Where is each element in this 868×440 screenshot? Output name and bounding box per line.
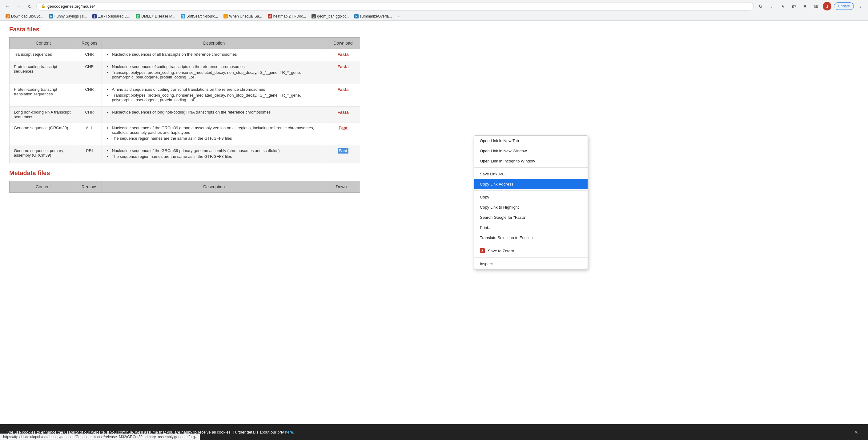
- bookmark-label-heatmap: heatmap.2 | RDoc...: [273, 14, 306, 19]
- address-bar[interactable]: 🔒 gencodegenes.org/mouse/: [36, 2, 754, 10]
- bookmark-summarize[interactable]: R summarizeOverla...: [352, 13, 394, 20]
- bookmark-favicon-unequal: ~: [223, 14, 228, 19]
- cell-description-1: Nucleotide sequences of all transcripts …: [102, 49, 326, 61]
- fasta-link-5-partial: Fast: [339, 126, 347, 130]
- bookmark-dmle[interactable]: D DMLE+ Disease M...: [133, 13, 178, 20]
- cell-content-3: Protein-coding transcript translation se…: [9, 84, 77, 107]
- context-menu-label-copy-link: Copy Link Address: [480, 182, 513, 186]
- bookmark-geombar[interactable]: g geom_bar. ggplot...: [309, 13, 351, 20]
- context-menu-divider-1: [474, 167, 588, 168]
- context-menu-item-open-new-tab[interactable]: Open Link in New Tab: [474, 136, 588, 146]
- forward-button[interactable]: →: [14, 2, 23, 10]
- bookmark-label-dmle: DMLE+ Disease M...: [141, 14, 175, 19]
- bookmark-label-summarize: summarizeOverla...: [360, 14, 392, 19]
- bookmark-favicon-biocyc: B: [5, 14, 10, 19]
- extensions-icon[interactable]: ■: [801, 2, 809, 10]
- bookmark-favicon-dmle: D: [136, 14, 140, 19]
- update-button[interactable]: Update: [834, 2, 854, 10]
- cell-regions-2: CHR: [77, 61, 102, 84]
- context-menu-label-open-incognito: Open Link in Incognito Window: [480, 159, 535, 163]
- bookmark-favicon-softsearch: S: [181, 14, 185, 19]
- context-menu-item-open-new-window[interactable]: Open Link in New Window: [474, 146, 588, 156]
- bookmark-label-softsearch: SoftSearch-sourc...: [187, 14, 218, 19]
- bookmark-unequal[interactable]: ~ When Unequal Sa...: [221, 13, 265, 20]
- cell-download-3: Fasta: [326, 84, 360, 107]
- bookmark-favicon-summarize: R: [354, 14, 359, 19]
- tab-search-icon[interactable]: ▦: [812, 2, 820, 10]
- context-menu-label-open-new-window: Open Link in New Window: [480, 149, 527, 153]
- cell-download-6: Fast: [326, 145, 360, 163]
- context-menu-item-open-incognito[interactable]: Open Link in Incognito Window: [474, 156, 588, 166]
- bookmark-icon[interactable]: ★: [778, 2, 787, 10]
- bookmark-more-label: »: [397, 14, 400, 19]
- metadata-section-title: Metadata files: [9, 169, 360, 177]
- browser-chrome: ← → ↻ 🔒 gencodegenes.org/mouse/ G ↓ ★ m …: [0, 0, 868, 21]
- context-menu-label-copy: Copy: [480, 195, 489, 197]
- page-content: Fasta files Content Regions Description …: [0, 21, 369, 197]
- bookmarks-bar: B Download BioCyc... F Funny Sayings | s…: [0, 12, 868, 21]
- cell-content-6: Genome sequence, primary assembly (GRCm3…: [9, 145, 77, 163]
- cell-description-5: Nucleotide sequence of the GRCm39 genome…: [102, 122, 326, 145]
- profile-button[interactable]: J: [823, 2, 831, 10]
- fasta-link-6-blue[interactable]: Fast: [338, 148, 348, 154]
- bookmark-label-unequal: When Unequal Sa...: [229, 14, 262, 19]
- col-header-description: Description: [102, 37, 326, 49]
- bookmark-favicon-funny: F: [49, 14, 53, 19]
- bookmark-heatmap[interactable]: R heatmap.2 | RDoc...: [265, 13, 309, 20]
- address-text: gencodegenes.org/mouse/: [48, 4, 95, 9]
- context-menu: Open Link in New Tab Open Link in New Wi…: [474, 135, 588, 197]
- fasta-link-1[interactable]: Fasta: [337, 52, 349, 57]
- back-button[interactable]: ←: [3, 2, 12, 10]
- cell-download-1: Fasta: [326, 49, 360, 61]
- cell-description-4: Nucleotide sequences of long non-coding …: [102, 107, 326, 122]
- bookmark-label-funny: Funny Sayings | s...: [55, 14, 87, 19]
- menu-button[interactable]: ⋮: [856, 2, 865, 10]
- fasta-link-4[interactable]: Fasta: [337, 110, 349, 115]
- bookmark-more[interactable]: »: [395, 13, 402, 20]
- cell-regions-5: ALL: [77, 122, 102, 145]
- bookmark-biocyc[interactable]: B Download BioCyc...: [3, 13, 46, 20]
- download-icon[interactable]: ↓: [767, 2, 776, 10]
- bookmark-funny[interactable]: F Funny Sayings | s...: [46, 13, 89, 20]
- context-menu-label-open-new-tab: Open Link in New Tab: [480, 138, 519, 143]
- bottom-col-header-regions: Regions: [77, 181, 102, 193]
- col-header-content: Content: [9, 37, 77, 49]
- browser-toolbar: ← → ↻ 🔒 gencodegenes.org/mouse/ G ↓ ★ m …: [0, 0, 868, 12]
- reload-button[interactable]: ↻: [25, 2, 34, 10]
- bottom-col-header-download: Down...: [326, 181, 360, 193]
- metadata-table: Content Regions Description Down...: [9, 181, 360, 193]
- browser-actions: G ↓ ★ m ■ ▦ J Update ⋮: [756, 2, 865, 10]
- memex-icon[interactable]: m: [789, 2, 798, 10]
- cell-regions-1: CHR: [77, 49, 102, 61]
- context-menu-item-copy-link[interactable]: Copy Link Address: [474, 179, 588, 189]
- cell-description-2: Nucleotide sequences of coding transcrip…: [102, 61, 326, 84]
- fasta-link-3[interactable]: Fasta: [337, 87, 349, 92]
- bookmark-label-rsquared: 1.8 - R-squared C...: [98, 14, 130, 19]
- context-menu-item-save-link[interactable]: Save Link As...: [474, 169, 588, 179]
- table-row: Long non-coding RNA transcript sequences…: [9, 107, 360, 122]
- context-menu-item-copy[interactable]: Copy: [474, 192, 588, 197]
- cell-content-2: Protein-coding transcript sequences: [9, 61, 77, 84]
- google-icon[interactable]: G: [756, 2, 765, 10]
- cell-description-3: Amino acid sequences of coding transcrip…: [102, 84, 326, 107]
- lock-icon: 🔒: [41, 4, 45, 8]
- fasta-link-2[interactable]: Fasta: [337, 64, 349, 69]
- bookmark-softsearch[interactable]: S SoftSearch-sourc...: [179, 13, 221, 20]
- cell-description-6: Nucleotide sequence of the GRCm39 primar…: [102, 145, 326, 163]
- fasta-table: Content Regions Description Download Tra…: [9, 37, 360, 163]
- bookmark-label-biocyc: Download BioCyc...: [11, 14, 43, 19]
- col-header-download: Download: [326, 37, 360, 49]
- bookmark-rsquared[interactable]: 1 1.8 - R-squared C...: [90, 13, 133, 20]
- cell-content-5: Genome sequence (GRCm39): [9, 122, 77, 145]
- bookmark-favicon-rsquared: 1: [92, 14, 97, 19]
- cell-content-1: Transcript sequences: [9, 49, 77, 61]
- table-row: Protein-coding transcript translation se…: [9, 84, 360, 107]
- bottom-col-header-content: Content: [9, 181, 77, 193]
- bookmark-favicon-heatmap: R: [268, 14, 272, 19]
- cell-download-2: Fasta: [326, 61, 360, 84]
- table-row: Protein-coding transcript sequences CHR …: [9, 61, 360, 84]
- cell-regions-6: PRI: [77, 145, 102, 163]
- table-row: Transcript sequences CHR Nucleotide sequ…: [9, 49, 360, 61]
- bookmark-favicon-geombar: g: [311, 14, 316, 19]
- bookmark-label-geombar: geom_bar. ggplot...: [317, 14, 349, 19]
